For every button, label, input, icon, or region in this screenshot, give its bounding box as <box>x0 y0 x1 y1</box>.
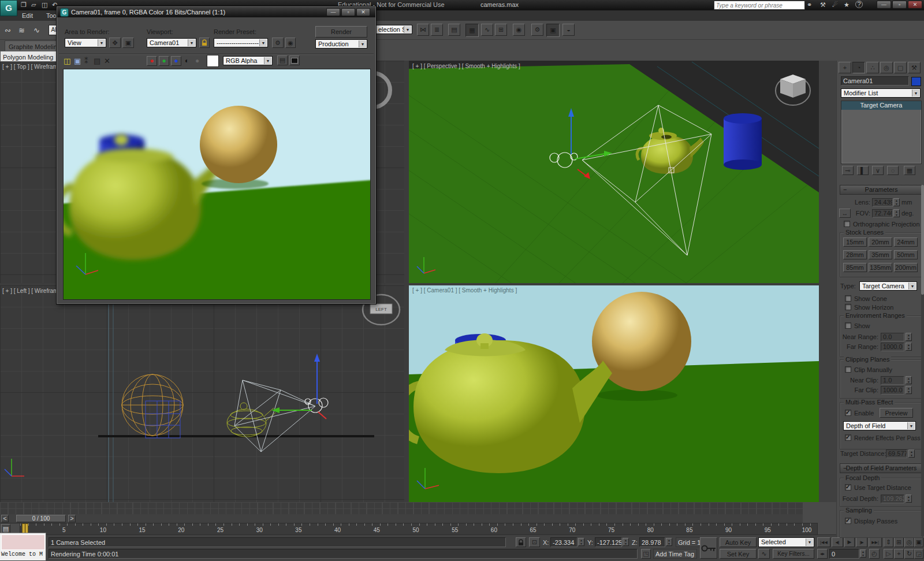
viewport-camera01[interactable]: [ + ] [ Camera01 ] [ Smooth + Highlights… <box>409 285 819 502</box>
area-to-render-dropdown[interactable]: View <box>65 38 106 47</box>
lock-viewport-icon[interactable] <box>199 38 210 48</box>
search-input[interactable] <box>714 1 805 10</box>
viewport-left-label[interactable]: [ + ] [ Left ] [ Wireframe ] <box>2 288 65 294</box>
env-show-checkbox[interactable] <box>845 322 851 329</box>
dof-rollout-header[interactable]: − Depth of Field Parameters <box>840 463 923 473</box>
mini-curve-editor-icon[interactable]: ▤ <box>1 524 10 533</box>
near-range-spinner[interactable] <box>906 333 912 341</box>
schematic-view-icon[interactable]: ⊞ <box>495 24 507 36</box>
fov-direction-icon[interactable]: ↔ <box>839 209 851 218</box>
auto-key-button[interactable]: Auto Key <box>720 537 757 547</box>
named-selection-set-dropdown[interactable]: election Se <box>375 25 412 34</box>
default-in-out-tangent-icon[interactable]: ∿ <box>758 549 770 559</box>
object-color-swatch[interactable] <box>911 77 921 86</box>
enable-checkbox[interactable] <box>845 410 851 416</box>
lens-35mm-button[interactable]: 35mm <box>869 250 892 259</box>
previous-frame-button[interactable]: ◀| <box>832 537 843 547</box>
play-button[interactable]: ▶ <box>844 537 855 547</box>
render-setup-icon[interactable]: ⚙ <box>272 38 284 48</box>
modifier-stack[interactable]: Target Camera <box>841 101 922 164</box>
clip-manually-checkbox[interactable] <box>845 366 851 373</box>
application-menu-button[interactable]: G <box>0 0 17 16</box>
far-range-field[interactable]: 1000.0 <box>881 343 904 351</box>
render-restore-button[interactable]: ▫ <box>341 8 355 16</box>
viewport-top-label[interactable]: [ + ] [ Top ] [ Wireframe ] <box>2 64 64 70</box>
pan-icon[interactable]: + <box>894 549 904 559</box>
parameters-rollout-header[interactable]: − Parameters <box>840 185 923 195</box>
far-range-spinner[interactable] <box>906 343 912 351</box>
near-clip-spinner[interactable] <box>906 376 912 384</box>
layers-dialog-icon[interactable]: ▤ <box>277 55 288 65</box>
set-keys-key-icon[interactable] <box>700 537 717 559</box>
zoom-extents-all-icon[interactable]: ▣ <box>914 537 923 547</box>
material-editor-icon[interactable]: ◉ <box>513 24 525 36</box>
production-dropdown[interactable]: Production <box>315 39 367 49</box>
edit-region-icon[interactable]: ✥ <box>109 38 121 48</box>
lens-15mm-button[interactable]: 15mm <box>843 237 867 247</box>
key-mode-toggle-icon[interactable]: ◂▸ <box>817 549 828 559</box>
menu-edit[interactable]: Edit <box>22 12 33 19</box>
blue-channel-toggle[interactable]: ● <box>171 56 181 66</box>
near-clip-field[interactable]: 1.0 <box>881 376 904 385</box>
time-configuration-icon[interactable]: ◴ <box>869 549 880 559</box>
track-bar[interactable] <box>0 502 803 515</box>
go-to-start-button[interactable]: |◀◀ <box>817 537 830 547</box>
near-range-field[interactable]: 0.0 <box>881 333 904 341</box>
quick-save-icon[interactable]: ◫ <box>42 1 47 9</box>
auto-region-icon[interactable]: ▣ <box>122 38 134 48</box>
stack-item-target-camera[interactable]: Target Camera <box>841 101 921 110</box>
use-target-distance-checkbox[interactable] <box>845 484 851 491</box>
channel-display-dropdown[interactable]: RGB Alpha <box>223 56 273 65</box>
wrench-icon[interactable]: ⚒ <box>820 1 826 9</box>
toolbox-icon[interactable]: ▦ <box>465 24 479 37</box>
focal-depth-field[interactable]: 109.263 <box>881 495 904 503</box>
save-image-icon[interactable]: ◫ <box>64 57 70 65</box>
monochrome-toggle-icon[interactable]: ◐ <box>185 57 189 65</box>
far-clip-field[interactable]: 1000.0 <box>881 386 904 395</box>
zoom-extents-icon[interactable]: ◎ <box>904 537 914 547</box>
tab-modify-icon[interactable]: ◔ <box>852 62 865 73</box>
slider-left-arrow[interactable]: < <box>1 515 9 522</box>
welcome-window[interactable]: Welcome to M <box>0 533 46 560</box>
y-spinner[interactable] <box>623 538 629 546</box>
configure-modifier-sets-icon[interactable]: ▦ <box>904 166 915 175</box>
remove-modifier-icon[interactable]: ◌ <box>887 166 899 175</box>
lens-50mm-button[interactable]: 50mm <box>894 250 918 259</box>
viewport-dropdown[interactable]: Camera01 <box>147 38 196 47</box>
ribbon-tab-polygon[interactable]: Polygon Modeling <box>0 51 59 62</box>
curve-editor-icon[interactable]: ∿ <box>481 24 493 36</box>
set-key-button[interactable]: Set Key <box>720 549 757 559</box>
help-icon[interactable]: ? <box>855 1 863 8</box>
color-correction-icon[interactable] <box>289 55 300 65</box>
pin-stack-icon[interactable]: ⊸ <box>842 166 854 175</box>
viewport-camera-label[interactable]: [ + ] [ Camera01 ] [ Smooth + Highlights… <box>412 287 517 293</box>
render-close-button[interactable]: ✕ <box>356 8 370 16</box>
panel-scrollbar[interactable] <box>921 185 924 536</box>
viewport-left[interactable]: LEFT [ + ] [ Left ] [ Wireframe ] <box>0 285 404 502</box>
current-frame-field[interactable]: 0 <box>829 549 859 559</box>
key-filters-button[interactable]: Key Filters... <box>773 549 814 559</box>
show-horizon-checkbox[interactable] <box>845 304 851 310</box>
tab-create-icon[interactable]: + <box>839 62 851 73</box>
far-clip-spinner[interactable] <box>906 386 912 394</box>
slider-right-arrow[interactable]: > <box>68 515 76 522</box>
mirror-icon[interactable]: ⋈ <box>417 24 429 36</box>
render-window-titlebar[interactable]: G Camera01, frame 0, RGBA Color 16 Bits/… <box>57 7 375 17</box>
snap-magnet-icon[interactable]: ∿ <box>33 26 40 35</box>
render-minimize-button[interactable]: — <box>326 8 340 16</box>
orthographic-checkbox[interactable] <box>844 221 850 227</box>
time-slider-handle[interactable]: 0 / 100 <box>16 515 66 522</box>
field-of-view-icon[interactable]: ▷ <box>884 549 893 559</box>
green-channel-toggle[interactable]: ● <box>159 56 169 66</box>
quick-open-icon[interactable]: ▱ <box>31 1 36 9</box>
image-channels-icon[interactable]: ⁑ <box>84 57 88 65</box>
lens-24mm-button[interactable]: 24mm <box>894 237 918 247</box>
frame-spinner[interactable] <box>860 549 866 558</box>
fov-field[interactable]: 72.746 <box>872 209 893 218</box>
render-per-pass-checkbox[interactable] <box>845 434 851 441</box>
render-preset-dropdown[interactable]: -------------------- <box>214 38 268 47</box>
render-production-icon[interactable]: ◒ <box>562 24 575 36</box>
focal-depth-spinner[interactable] <box>906 495 912 503</box>
object-name-field[interactable]: Camera01 <box>841 76 909 86</box>
x-spinner[interactable] <box>578 538 584 546</box>
